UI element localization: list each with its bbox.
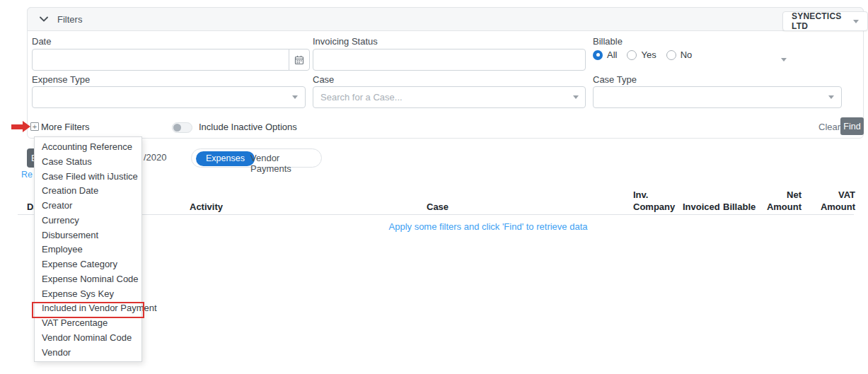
billable-radio-no[interactable]: No (666, 49, 693, 60)
chevron-down-icon (40, 16, 48, 22)
date-input[interactable] (32, 49, 289, 71)
billable-option-no-label: No (681, 49, 693, 60)
chevron-down-icon (781, 58, 787, 62)
filters-panel-header[interactable]: Filters (27, 7, 864, 31)
menu-item-creator[interactable]: Creator (35, 199, 141, 214)
column-header-inv-company[interactable]: Inv. (633, 189, 648, 200)
billable-label: Billable (593, 36, 623, 47)
calendar-button[interactable] (289, 49, 310, 71)
billable-radio-group: All Yes No (593, 49, 692, 60)
menu-item-vendor-nominal-code[interactable]: Vendor Nominal Code (35, 331, 141, 346)
column-header-billable[interactable]: Billable (723, 201, 756, 212)
include-inactive-label: Include Inactive Options (199, 122, 297, 132)
column-header-invoiced[interactable]: Invoiced (683, 201, 720, 212)
invoicing-status-select[interactable] (313, 49, 586, 71)
find-button[interactable]: Find (840, 117, 864, 135)
menu-item-creation-date[interactable]: Creation Date (35, 184, 141, 199)
radio-unselected-icon (666, 50, 676, 60)
column-header-net-amount[interactable]: Net (759, 189, 802, 200)
toggle-knob (173, 124, 181, 132)
billable-radio-all[interactable]: All (593, 49, 617, 60)
more-filters-menu: Accounting Reference Case Status Case Fi… (34, 136, 142, 362)
menu-item-employee[interactable]: Employee (35, 242, 141, 257)
billable-option-all-label: All (607, 49, 617, 60)
column-header-case[interactable]: Case (427, 201, 449, 212)
menu-item-expense-category[interactable]: Expense Category (35, 257, 141, 272)
menu-item-disbursement[interactable]: Disbursement (35, 228, 141, 243)
more-filters-button[interactable]: More Filters (41, 122, 90, 132)
column-header-inv-company-line2[interactable]: Company (633, 201, 675, 212)
clear-button[interactable]: Clear (818, 122, 840, 132)
red-arrow-annotation-head (23, 121, 30, 132)
menu-item-vat-percentage[interactable]: VAT Percentage (35, 316, 141, 331)
results-tab-group: Expenses Vendor Payments (191, 148, 322, 168)
case-label: Case (313, 74, 334, 85)
include-inactive-toggle[interactable] (172, 122, 192, 133)
company-selector-button[interactable]: SYNECTICS LTD (782, 11, 868, 31)
column-header-vat-amount[interactable]: VAT (813, 189, 855, 200)
case-type-select[interactable] (593, 86, 842, 108)
menu-item-accounting-reference[interactable]: Accounting Reference (35, 140, 141, 155)
chevron-down-icon (828, 95, 834, 99)
column-header-net-amount-line2[interactable]: Amount (759, 201, 802, 212)
table-header-divider (18, 214, 854, 215)
menu-item-expense-sys-key[interactable]: Expense Sys Key (35, 287, 141, 302)
calendar-icon (294, 55, 304, 65)
billable-option-yes-label: Yes (641, 49, 656, 60)
red-highlight-box (32, 302, 144, 318)
page: Filters SYNECTICS LTD Date Invoicing Sta… (0, 0, 868, 374)
menu-item-vendor[interactable]: Vendor (35, 346, 141, 361)
menu-item-case-status[interactable]: Case Status (35, 155, 141, 170)
reset-link[interactable]: Re (21, 170, 33, 180)
chevron-down-icon (853, 20, 859, 23)
menu-item-currency[interactable]: Currency (35, 214, 141, 228)
company-selector-label: SYNECTICS LTD (792, 11, 847, 31)
date-range-text: /2020 (144, 152, 167, 163)
date-label: Date (32, 36, 51, 47)
billable-radio-yes[interactable]: Yes (627, 49, 656, 60)
chevron-down-icon (292, 95, 298, 99)
red-arrow-annotation (11, 124, 23, 129)
radio-unselected-icon (627, 50, 637, 60)
empty-results-message: Apply some filters and click 'Find' to r… (212, 221, 764, 232)
filters-panel-title: Filters (57, 14, 82, 25)
tab-vendor-payments[interactable]: Vendor Payments (250, 153, 321, 174)
tab-expenses[interactable]: Expenses (196, 151, 255, 166)
case-type-label: Case Type (593, 74, 637, 85)
expense-type-select[interactable] (32, 86, 306, 108)
column-header-activity[interactable]: Activity (190, 201, 223, 212)
column-header-vat-amount-line2[interactable]: Amount (813, 201, 855, 212)
menu-item-case-filed-with-ijustice[interactable]: Case Filed with iJustice (35, 170, 141, 185)
expand-plus-icon[interactable]: + (30, 122, 39, 131)
case-search-input[interactable] (313, 86, 586, 108)
radio-selected-icon (593, 50, 603, 60)
menu-item-expense-nominal-code[interactable]: Expense Nominal Code (35, 272, 141, 287)
invoicing-status-label: Invoicing Status (313, 36, 378, 47)
chevron-down-icon (573, 95, 579, 99)
expense-type-label: Expense Type (32, 74, 90, 85)
